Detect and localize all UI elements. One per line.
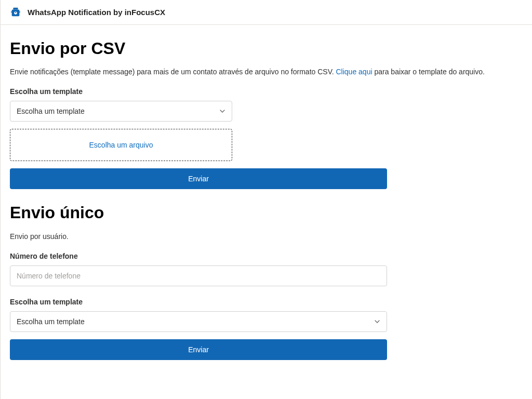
csv-file-picker-label: Escolha um arquivo (89, 141, 153, 149)
csv-submit-button[interactable]: Enviar (10, 168, 387, 189)
phone-input[interactable] (10, 265, 387, 286)
phone-label: Número de telefone (10, 252, 523, 260)
svg-rect-5 (19, 11, 20, 12)
single-section-heading: Envio único (10, 203, 523, 222)
app-logo-icon (10, 7, 21, 18)
single-submit-button[interactable]: Enviar (10, 339, 387, 360)
svg-rect-0 (13, 7, 18, 9)
download-template-link[interactable]: Clique aqui (336, 68, 372, 76)
main-content: Envio por CSV Envie notificações (templa… (1, 25, 532, 369)
csv-template-select[interactable]: Escolha um template (10, 101, 232, 122)
csv-desc-suffix: para baixar o template do arquivo. (373, 68, 485, 76)
single-template-label: Escolha um template (10, 298, 523, 306)
app-title: WhatsApp Notification by inFocusCX (28, 8, 165, 17)
csv-description: Envie notificações (template message) pa… (10, 68, 523, 76)
single-description: Envio por usuário. (10, 232, 523, 241)
svg-rect-3 (15, 12, 16, 13)
csv-file-picker[interactable]: Escolha um arquivo (10, 129, 232, 161)
csv-template-select-value: Escolha um template (17, 107, 85, 115)
svg-rect-4 (11, 11, 12, 12)
single-template-select[interactable]: Escolha um template (10, 311, 387, 332)
single-template-select-value: Escolha um template (17, 317, 85, 326)
csv-section-heading: Envio por CSV (10, 38, 523, 58)
svg-point-2 (14, 11, 17, 15)
app-header: WhatsApp Notification by inFocusCX (0, 0, 532, 25)
csv-template-label: Escolha um template (10, 87, 523, 96)
chevron-down-icon (219, 108, 225, 114)
csv-desc-prefix: Envie notificações (template message) pa… (10, 68, 336, 76)
chevron-down-icon (374, 318, 380, 325)
